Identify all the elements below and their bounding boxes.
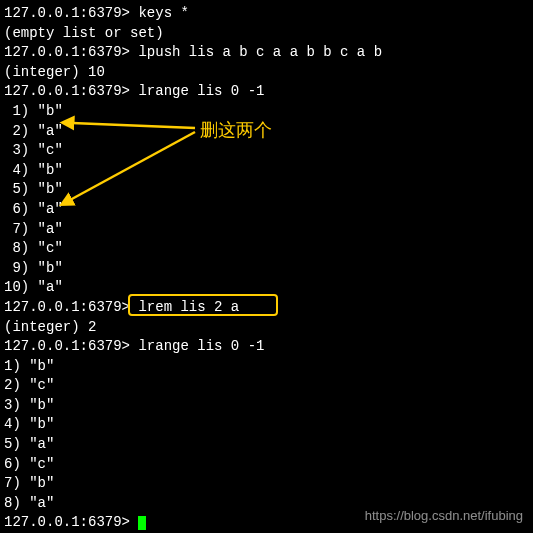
watermark: https://blog.csdn.net/ifubing xyxy=(365,507,523,525)
command-text: lrange lis 0 -1 xyxy=(130,338,264,354)
list-item: 1) "b" xyxy=(4,102,529,122)
prompt: 127.0.0.1:6379> xyxy=(4,83,130,99)
list-item: 1) "b" xyxy=(4,357,529,377)
command-line: 127.0.0.1:6379> keys * xyxy=(4,4,529,24)
command-text: lrem lis 2 a xyxy=(130,299,239,315)
terminal-output: 127.0.0.1:6379> keys * (empty list or se… xyxy=(4,4,529,533)
list-item: 2) "c" xyxy=(4,376,529,396)
prompt: 127.0.0.1:6379> xyxy=(4,338,130,354)
prompt: 127.0.0.1:6379> xyxy=(4,44,130,60)
list-item: 5) "a" xyxy=(4,435,529,455)
list-item: 2) "a" xyxy=(4,122,529,142)
command-line: 127.0.0.1:6379> lpush lis a b c a a b b … xyxy=(4,43,529,63)
command-text: lpush lis a b c a a b b c a b xyxy=(130,44,382,60)
list-item: 8) "c" xyxy=(4,239,529,259)
prompt: 127.0.0.1:6379> xyxy=(4,5,130,21)
response-line: (integer) 10 xyxy=(4,63,529,83)
list-item: 3) "b" xyxy=(4,396,529,416)
list-item: 6) "c" xyxy=(4,455,529,475)
command-text: lrange lis 0 -1 xyxy=(130,83,264,99)
list-item: 9) "b" xyxy=(4,259,529,279)
command-line: 127.0.0.1:6379> lrange lis 0 -1 xyxy=(4,82,529,102)
list-item: 4) "b" xyxy=(4,161,529,181)
list-item: 3) "c" xyxy=(4,141,529,161)
command-text: keys * xyxy=(130,5,189,21)
list-item: 7) "b" xyxy=(4,474,529,494)
list-item: 4) "b" xyxy=(4,415,529,435)
list-item: 7) "a" xyxy=(4,220,529,240)
response-line: (empty list or set) xyxy=(4,24,529,44)
prompt: 127.0.0.1:6379> xyxy=(4,299,130,315)
prompt: 127.0.0.1:6379> xyxy=(4,514,130,530)
response-line: (integer) 2 xyxy=(4,318,529,338)
command-line: 127.0.0.1:6379> lrange lis 0 -1 xyxy=(4,337,529,357)
list-item: 6) "a" xyxy=(4,200,529,220)
cursor-icon xyxy=(138,516,146,530)
list-item: 5) "b" xyxy=(4,180,529,200)
command-line: 127.0.0.1:6379> lrem lis 2 a xyxy=(4,298,529,318)
list-item: 10) "a" xyxy=(4,278,529,298)
